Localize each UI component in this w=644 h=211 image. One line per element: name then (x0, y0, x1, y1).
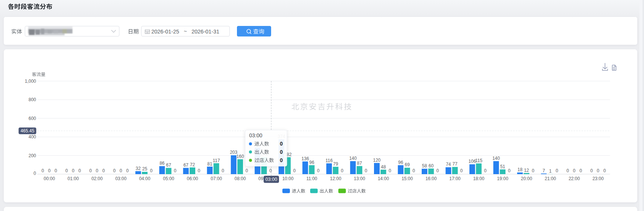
svg-text:04:00: 04:00 (139, 176, 150, 181)
svg-text:96: 96 (398, 160, 403, 165)
svg-text:69: 69 (405, 162, 410, 167)
svg-text:0: 0 (174, 168, 176, 173)
svg-text:1,000: 1,000 (25, 79, 36, 84)
svg-text:51: 51 (500, 164, 505, 169)
svg-text:11:00: 11:00 (306, 176, 317, 181)
svg-text:0: 0 (78, 168, 81, 173)
svg-text:0: 0 (532, 168, 534, 173)
svg-text:0: 0 (150, 168, 152, 173)
svg-text:72: 72 (190, 162, 195, 167)
svg-text:400: 400 (29, 134, 36, 140)
svg-text:0: 0 (89, 168, 92, 173)
svg-text:67: 67 (166, 162, 171, 168)
svg-text:0: 0 (484, 168, 487, 173)
svg-text:20:00: 20:00 (521, 176, 532, 181)
svg-text:02:00: 02:00 (91, 176, 103, 181)
svg-text:0: 0 (65, 168, 68, 173)
svg-text:0: 0 (579, 168, 582, 173)
svg-text:0: 0 (102, 168, 105, 173)
svg-text:0: 0 (126, 168, 129, 173)
svg-text:600: 600 (29, 116, 36, 121)
svg-text:800: 800 (29, 97, 36, 102)
svg-text:1: 1 (549, 168, 552, 174)
svg-text:96: 96 (309, 160, 315, 165)
svg-text:06:00: 06:00 (187, 176, 198, 181)
svg-text:0: 0 (54, 168, 57, 173)
svg-text:0: 0 (280, 141, 283, 147)
svg-text:140: 140 (492, 156, 500, 161)
svg-text:48: 48 (381, 164, 386, 170)
svg-text:86: 86 (160, 161, 165, 166)
svg-text:2026-01-25: 2026-01-25 (151, 29, 179, 35)
svg-text:0: 0 (120, 168, 122, 173)
svg-text:160: 160 (237, 154, 244, 159)
svg-text:87: 87 (357, 161, 362, 166)
svg-text:0: 0 (293, 168, 296, 173)
svg-text:0: 0 (113, 168, 116, 173)
svg-text:03:00: 03:00 (249, 132, 262, 138)
svg-text:0: 0 (280, 149, 283, 155)
svg-text:136: 136 (302, 156, 309, 161)
svg-text:08:00: 08:00 (235, 176, 246, 181)
svg-text:07:00: 07:00 (211, 176, 222, 181)
svg-text:58: 58 (422, 163, 427, 168)
svg-text:0: 0 (33, 171, 36, 176)
svg-text:0: 0 (603, 168, 606, 173)
svg-text:0: 0 (412, 168, 415, 173)
svg-text:03:00: 03:00 (265, 177, 277, 182)
svg-text:0: 0 (280, 157, 283, 163)
svg-text:2026-01-31: 2026-01-31 (192, 29, 219, 35)
svg-text:0: 0 (198, 168, 201, 173)
svg-text:0: 0 (96, 168, 98, 173)
svg-text:81: 81 (207, 161, 213, 167)
svg-text:01:00: 01:00 (68, 176, 79, 181)
svg-text:10:00: 10:00 (282, 176, 294, 181)
svg-text:0: 0 (42, 168, 44, 173)
svg-text:0: 0 (222, 168, 224, 173)
svg-text:120: 120 (373, 158, 380, 163)
svg-text:0: 0 (556, 168, 558, 173)
svg-text:200: 200 (29, 153, 36, 158)
svg-text:60: 60 (428, 163, 434, 168)
svg-text:32: 32 (136, 166, 141, 171)
svg-text:14:00: 14:00 (378, 176, 389, 181)
svg-text:~: ~ (184, 28, 187, 34)
svg-text:16:00: 16:00 (425, 176, 437, 181)
svg-text:05:00: 05:00 (163, 176, 174, 181)
svg-text:115: 115 (475, 158, 482, 163)
svg-text:15:00: 15:00 (401, 176, 413, 181)
svg-text:465.45: 465.45 (21, 128, 35, 134)
svg-text:0: 0 (573, 168, 576, 173)
svg-text:0: 0 (590, 168, 593, 173)
svg-text:13:00: 13:00 (354, 176, 365, 181)
svg-text:18: 18 (517, 167, 523, 172)
svg-text:12:00: 12:00 (330, 176, 341, 181)
svg-text:0: 0 (72, 168, 74, 173)
svg-text:0: 0 (436, 168, 439, 173)
svg-text:22:00: 22:00 (569, 176, 580, 181)
svg-text:0: 0 (341, 168, 344, 173)
svg-text:7: 7 (543, 168, 545, 173)
svg-text:116: 116 (326, 158, 333, 163)
svg-text:67: 67 (183, 162, 189, 168)
svg-text:0: 0 (597, 168, 599, 173)
svg-text:03:00: 03:00 (115, 176, 127, 181)
svg-text:0: 0 (389, 168, 391, 173)
svg-text:23:00: 23:00 (593, 176, 604, 181)
svg-text:74: 74 (446, 162, 451, 167)
svg-text:77: 77 (452, 161, 458, 167)
svg-text:79: 79 (333, 161, 338, 167)
svg-text:0: 0 (246, 168, 248, 173)
svg-text:17:00: 17:00 (449, 176, 460, 181)
svg-text:25: 25 (142, 166, 148, 172)
svg-text:117: 117 (213, 158, 220, 163)
svg-text:12: 12 (524, 168, 529, 173)
svg-text:0: 0 (48, 168, 51, 173)
svg-text:0: 0 (317, 168, 320, 173)
svg-text:0: 0 (508, 168, 511, 173)
svg-text:0: 0 (566, 168, 569, 173)
svg-text:0: 0 (365, 168, 367, 173)
svg-text:0: 0 (269, 168, 272, 173)
svg-text:140: 140 (349, 156, 357, 161)
svg-text:21:00: 21:00 (545, 176, 556, 181)
